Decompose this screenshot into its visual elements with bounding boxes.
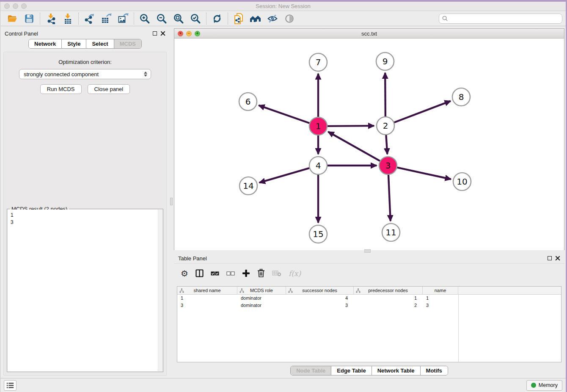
graph-node-6[interactable]: 6 bbox=[239, 93, 257, 110]
function-builder-icon[interactable]: f(x) bbox=[289, 269, 301, 278]
result-scrollbar[interactable] bbox=[158, 210, 162, 371]
select-all-checkboxes-icon[interactable] bbox=[211, 271, 219, 276]
tab-network-table[interactable]: Network Table bbox=[372, 366, 421, 375]
tab-style[interactable]: Style bbox=[62, 39, 86, 48]
column-header-predecessor-nodes[interactable]: predecessor nodes bbox=[354, 287, 423, 294]
export-table-button[interactable] bbox=[98, 12, 115, 25]
tab-network[interactable]: Network bbox=[29, 39, 62, 48]
zoom-fit-button[interactable] bbox=[170, 12, 187, 25]
svg-text:6: 6 bbox=[245, 97, 251, 107]
column-header-MCDS-role[interactable]: MCDS role bbox=[237, 287, 286, 294]
run-mcds-button[interactable]: Run MCDS bbox=[40, 84, 82, 94]
table-row[interactable]: 1dominator411 bbox=[177, 295, 561, 302]
maximize-network-icon[interactable]: + bbox=[195, 31, 200, 36]
hide-graphics-details-button[interactable] bbox=[264, 12, 281, 25]
mcds-panel: Optimization criterion: strongly connect… bbox=[3, 52, 167, 376]
network-graph[interactable]: 7968124314101511 bbox=[174, 39, 564, 250]
edge-2-9[interactable] bbox=[385, 73, 385, 116]
edge-1-2[interactable] bbox=[328, 126, 374, 126]
unselect-all-checkboxes-icon[interactable] bbox=[226, 271, 235, 276]
column-layout-icon[interactable] bbox=[195, 269, 204, 277]
graph-node-9[interactable]: 9 bbox=[376, 52, 394, 70]
svg-text:4: 4 bbox=[316, 160, 321, 171]
splitter-grip[interactable] bbox=[170, 198, 173, 205]
search-input[interactable] bbox=[448, 16, 559, 22]
network-overview-button[interactable] bbox=[247, 12, 264, 25]
delete-column-icon[interactable] bbox=[257, 269, 265, 278]
delete-table-icon[interactable] bbox=[272, 270, 281, 277]
tab-select[interactable]: Select bbox=[86, 39, 114, 48]
network-canvas[interactable]: 7968124314101511 bbox=[174, 39, 564, 250]
svg-text:8: 8 bbox=[459, 92, 464, 102]
show-graphics-details-button[interactable] bbox=[281, 12, 298, 25]
column-header-successor-nodes[interactable]: successor nodes bbox=[286, 287, 354, 294]
edge-3-10[interactable] bbox=[397, 168, 451, 179]
graph-node-11[interactable]: 11 bbox=[382, 224, 400, 241]
criterion-select[interactable]: strongly connected component bbox=[19, 69, 151, 79]
table-panel-title: Table Panel bbox=[178, 255, 207, 262]
close-panel-icon[interactable] bbox=[160, 31, 165, 36]
graph-node-10[interactable]: 10 bbox=[453, 173, 471, 190]
zoom-selected-button[interactable] bbox=[187, 12, 204, 25]
refresh-layout-button[interactable] bbox=[209, 12, 226, 25]
column-header-shared-name[interactable]: shared name bbox=[177, 287, 237, 294]
column-header-name[interactable]: name bbox=[423, 287, 458, 294]
import-table-button[interactable] bbox=[59, 12, 76, 25]
open-file-button[interactable] bbox=[4, 12, 21, 25]
add-column-icon[interactable] bbox=[242, 269, 250, 277]
edge-1-6[interactable] bbox=[259, 105, 309, 123]
graph-node-4[interactable]: 4 bbox=[309, 157, 327, 174]
table-row[interactable]: 3dominator323 bbox=[177, 302, 561, 309]
memory-button[interactable]: Memory bbox=[526, 380, 562, 391]
table-settings-icon[interactable]: ⚙ bbox=[181, 269, 188, 278]
graph-node-2[interactable]: 2 bbox=[377, 117, 394, 135]
search-icon bbox=[442, 15, 448, 22]
tab-edge-table[interactable]: Edge Table bbox=[331, 366, 372, 375]
mcds-result-list[interactable]: 1 3 bbox=[8, 210, 162, 228]
float-panel-icon[interactable] bbox=[153, 31, 157, 36]
cell: 2 bbox=[354, 302, 423, 309]
zoom-out-button[interactable] bbox=[153, 12, 170, 25]
horizontal-splitter-grip[interactable] bbox=[364, 249, 371, 253]
network-window-title: scc.txt bbox=[174, 30, 564, 37]
close-panel-button[interactable]: Close panel bbox=[88, 84, 130, 94]
tab-node-table[interactable]: Node Table bbox=[291, 366, 331, 375]
cell: dominator bbox=[237, 295, 286, 302]
panel-splitter[interactable] bbox=[170, 27, 173, 378]
edge-2-8[interactable] bbox=[394, 101, 451, 123]
graph-node-7[interactable]: 7 bbox=[309, 53, 327, 71]
memory-status-icon bbox=[531, 383, 536, 388]
close-table-panel-icon[interactable] bbox=[555, 256, 560, 261]
criterion-value: strongly connected component bbox=[24, 71, 99, 77]
node-table[interactable]: shared nameMCDS rolesuccessor nodesprede… bbox=[177, 286, 561, 362]
float-table-panel-icon[interactable] bbox=[548, 256, 552, 260]
graph-node-3[interactable]: 3 bbox=[379, 157, 397, 174]
tab-motifs[interactable]: Motifs bbox=[421, 366, 448, 375]
graph-node-8[interactable]: 8 bbox=[452, 88, 470, 106]
save-session-button[interactable] bbox=[21, 12, 38, 25]
graph-node-15[interactable]: 15 bbox=[309, 225, 327, 243]
cell: 3 bbox=[177, 302, 237, 309]
edge-4-14[interactable] bbox=[259, 168, 309, 182]
svg-text:2: 2 bbox=[383, 121, 388, 131]
eye-slash-icon bbox=[267, 13, 278, 24]
minimize-network-icon[interactable]: − bbox=[186, 31, 192, 36]
import-network-button[interactable] bbox=[42, 12, 59, 25]
save-icon bbox=[25, 14, 34, 23]
edge-2-3[interactable] bbox=[386, 135, 387, 154]
graph-node-1[interactable]: 1 bbox=[309, 117, 327, 135]
edge-3-11[interactable] bbox=[388, 175, 391, 221]
zoom-in-button[interactable] bbox=[136, 12, 153, 25]
tab-mcds[interactable]: MCDS bbox=[114, 39, 141, 48]
graph-node-14[interactable]: 14 bbox=[239, 177, 257, 195]
control-panel-title: Control Panel bbox=[5, 30, 38, 37]
search-box[interactable] bbox=[439, 14, 562, 24]
export-network-button[interactable] bbox=[81, 12, 98, 25]
zoom-out-icon bbox=[156, 13, 167, 24]
column-divider bbox=[458, 295, 459, 362]
task-history-button[interactable] bbox=[4, 380, 17, 391]
export-image-button[interactable] bbox=[115, 12, 132, 25]
duplicate-network-button[interactable] bbox=[230, 12, 247, 25]
close-network-icon[interactable]: × bbox=[178, 31, 183, 36]
edge-3-1[interactable] bbox=[328, 132, 380, 161]
